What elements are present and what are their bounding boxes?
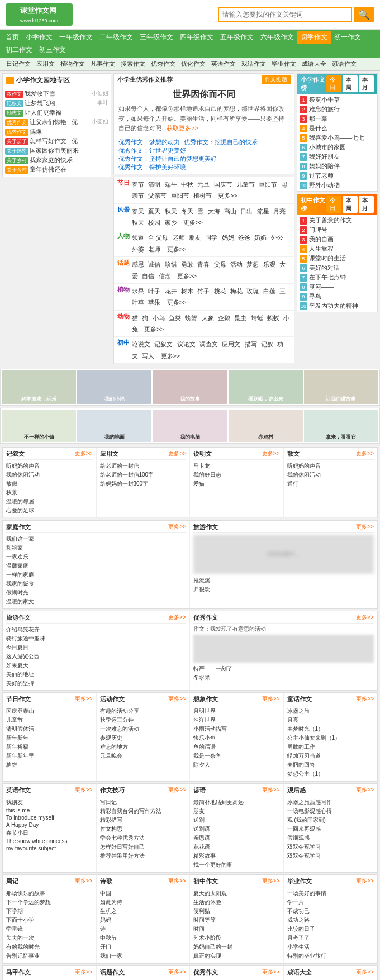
tag-link[interactable]: 树木 [181, 288, 193, 294]
nav-j3[interactable]: 初三作文 [36, 44, 69, 56]
item-link[interactable]: 清明假体活 [6, 726, 34, 732]
subnav-book[interactable]: 优化作文 [178, 59, 208, 69]
col-title-link[interactable]: 观后感 [287, 786, 306, 795]
item-link[interactable]: 学雷锋 [6, 926, 23, 932]
tag-link[interactable]: 中秋 [181, 181, 193, 188]
item-link[interactable]: The snow white princess [6, 838, 68, 844]
family-more[interactable]: 更多>> [168, 523, 186, 531]
item-link[interactable]: 美丽的回答 [287, 762, 315, 768]
col-title-link[interactable]: 散文 [287, 450, 300, 458]
col-more[interactable]: 更多>> [168, 613, 186, 622]
banner-item[interactable]: 科学游戏，玩乐 [2, 370, 76, 404]
tag-link[interactable]: 元旦 [197, 181, 210, 188]
tag-link[interactable]: 梦想 [246, 261, 259, 268]
item-link[interactable]: 难忘的地方 [100, 744, 128, 750]
col-more[interactable]: 更多>> [168, 450, 186, 458]
col-more[interactable]: 更多>> [262, 695, 280, 703]
item-link[interactable]: 下面十小学 [6, 917, 34, 923]
rank-link[interactable]: 过节老师 [309, 172, 334, 180]
banner-item[interactable]: 看到哦，说出来 [229, 370, 303, 404]
col-more[interactable]: 更多>> [356, 968, 374, 977]
item-link[interactable]: 时间 [193, 926, 205, 932]
tab-week2[interactable]: 本周 [343, 196, 358, 213]
col-title-link[interactable]: 成语大全 [287, 968, 312, 977]
featured-more[interactable]: 获取更多>> [167, 125, 198, 131]
tag-link[interactable]: 昆虫 [234, 315, 246, 321]
rank-link[interactable]: 寻鸟 [309, 292, 321, 301]
item-link[interactable]: 国庆登泰山 [6, 708, 34, 714]
search-input[interactable] [218, 7, 352, 22]
rank-link[interactable]: 难忘的旅行 [309, 105, 340, 113]
item-link[interactable]: 今日夏日 [6, 644, 28, 650]
tab-month2[interactable]: 本月 [359, 196, 374, 213]
rank-link[interactable]: 渡河—— [309, 283, 334, 291]
col-title-link[interactable]: 作文技巧 [100, 786, 125, 795]
tag-link[interactable]: 乐观 [263, 261, 276, 268]
item-link[interactable]: 如果夏天 [6, 662, 28, 668]
item-link[interactable]: this is me [6, 807, 30, 814]
col-title-link[interactable]: 优秀作文 [193, 968, 218, 977]
tag-link[interactable]: 月亮 [273, 208, 286, 215]
tag-link[interactable]: 冬天 [181, 208, 193, 215]
item-link[interactable]: 给老师的一封信 [100, 463, 139, 469]
col-title-link[interactable]: 节日作文 [6, 695, 31, 703]
tag-link[interactable]: 朋友 [189, 234, 201, 241]
item-link[interactable]: 小学生活 [287, 944, 310, 950]
item-link[interactable]: 月亮 [287, 717, 298, 723]
item-link[interactable]: 除夕人 [193, 762, 210, 768]
item-link[interactable]: 失去的一次 [6, 935, 34, 941]
item-link[interactable]: 放假 [6, 481, 17, 487]
tag-link[interactable]: 企鹅 [218, 315, 230, 321]
col-title-link[interactable]: 记叙文 [6, 450, 25, 458]
tag-link[interactable]: 感恩 [132, 261, 144, 268]
col-title-link[interactable]: 旅游作文 [6, 613, 31, 622]
tag-link[interactable]: 领道 [132, 234, 144, 241]
item-link[interactable]: 关于感恩国家因你而美丽来 [5, 146, 79, 155]
tag-link[interactable]: 活动 [230, 261, 243, 268]
item-link[interactable]: 时间等等 [193, 917, 216, 923]
rank-link[interactable]: 关于善意的作文 [309, 216, 352, 225]
tab-today[interactable]: 今日 [326, 75, 341, 92]
item-link[interactable]: 生活的体验 [193, 899, 221, 905]
rank-link[interactable]: 我的自画 [309, 235, 334, 244]
item-link[interactable]: 双双夺冠学习 [287, 853, 321, 859]
item-link[interactable]: 温暖的邻居 [6, 498, 34, 505]
item-link[interactable]: 便利贴 [193, 908, 210, 914]
subnav-plant[interactable]: 植物作文 [58, 59, 88, 69]
tag-link[interactable]: 流星 [257, 208, 269, 215]
travel-title-link[interactable]: 旅游作文 [193, 523, 218, 531]
item-link[interactable]: 精彩故事 [193, 853, 216, 859]
item-link[interactable]: 公主小仙女来到（1） [287, 735, 341, 741]
item-link[interactable]: 听妈妈的声音 [6, 463, 40, 469]
tag-link[interactable]: 珍惜 [165, 261, 177, 268]
col-title-link[interactable]: 英语作文 [6, 786, 31, 795]
tag-link[interactable]: 记叙 [261, 341, 273, 348]
tag-link[interactable]: 写人 [142, 353, 154, 359]
item-link[interactable]: 新年新年里 [6, 753, 34, 759]
rank-link[interactable]: 美好的对话 [309, 264, 340, 272]
tag-link[interactable]: 大象 [202, 315, 214, 321]
item-link[interactable]: 精彩自我台词的写作方法 [100, 808, 162, 814]
item-link[interactable]: 归很欢 [193, 586, 210, 592]
col-title-link[interactable]: 优秀作文 [193, 613, 218, 622]
item-link[interactable]: 我是一条鱼 [193, 753, 221, 759]
col-title-link[interactable]: 初中作文 [193, 877, 218, 886]
item-link[interactable]: 给老师的一封信100字 [100, 472, 154, 478]
tag-link[interactable]: 全 父母 [148, 234, 168, 241]
item-link[interactable]: 冬水果 [193, 674, 210, 681]
tab-month[interactable]: 本月 [359, 75, 374, 92]
item-link[interactable]: 冰堡之旅后感写作 [287, 799, 332, 805]
tab-week[interactable]: 本周 [343, 75, 358, 92]
col-more[interactable]: 更多>> [168, 786, 186, 795]
item-link[interactable]: 最简朴地话到更高远 [193, 799, 244, 805]
rank-link[interactable]: 我喜爱小鸟——七七 [309, 134, 364, 142]
col-more[interactable]: 更多>> [75, 695, 93, 703]
item-link[interactable]: 秋季运三分钟 [100, 717, 134, 723]
tag-link[interactable]: 苹果 [148, 299, 160, 306]
banner-item[interactable]: 让我们讲故事 [304, 370, 378, 404]
item-link[interactable]: 我的休闲活动 [287, 472, 321, 478]
tag-link[interactable]: 外婆 [132, 246, 144, 253]
rank-link[interactable]: 妈妈的陪伴 [309, 162, 340, 170]
item-link[interactable]: 勇敢的工作 [287, 744, 315, 750]
tag-link[interactable]: 描写 [245, 341, 257, 348]
